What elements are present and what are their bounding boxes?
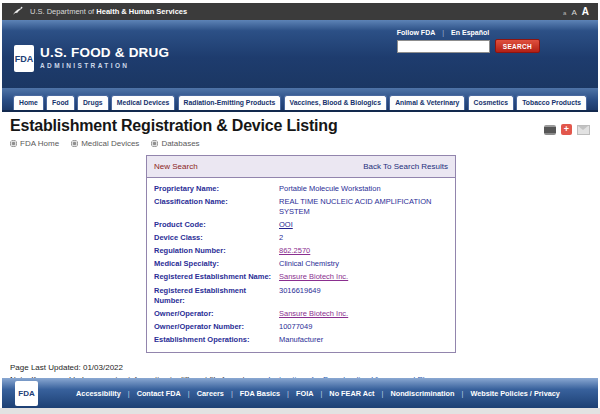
breadcrumb: FDA Home Medical Devices Databases <box>10 139 337 148</box>
detail-value: 3016619649 <box>279 286 448 306</box>
font-size-small-button[interactable]: a <box>563 10 566 16</box>
footer-link[interactable]: FDA Basics <box>240 389 296 398</box>
nav-tab[interactable]: Cosmetics <box>468 95 514 110</box>
detail-row: Establishment Operations: Manufacturer <box>147 334 455 347</box>
breadcrumb-bullet-icon <box>151 140 158 147</box>
detail-label: Registered Establishment Name: <box>154 272 279 282</box>
share-icon[interactable]: + <box>561 124 572 135</box>
site-header: FDA U.S. FOOD & DRUG ADMINISTRATION Foll… <box>2 20 598 88</box>
print-icon[interactable] <box>544 125 556 135</box>
device-detail-panel: New Search Back To Search Results Propri… <box>146 155 456 353</box>
detail-row: Registered Establishment Name: Sansure B… <box>147 271 455 284</box>
detail-value: 10077049 <box>279 322 448 332</box>
breadcrumb-bullet-icon <box>71 140 78 147</box>
hhs-top-bar: U.S. Department of Health & Human Servic… <box>2 3 598 20</box>
detail-value[interactable]: OOI <box>279 220 448 230</box>
detail-value[interactable]: Sansure Biotech Inc. <box>279 272 448 282</box>
detail-row: Registered Establishment Number: 3016619… <box>147 284 455 307</box>
detail-value: Clinical Chemistry <box>279 259 448 269</box>
detail-label: Owner/Operator Number: <box>154 322 279 332</box>
bottom-strip <box>0 408 600 414</box>
detail-row: Classification Name: REAL TIME NUCLEIC A… <box>147 195 455 218</box>
detail-value: Portable Molecule Workstation <box>279 184 448 194</box>
detail-label: Classification Name: <box>154 197 279 217</box>
breadcrumb-bullet-icon <box>10 140 17 147</box>
detail-value: 2 <box>279 233 448 243</box>
breadcrumb-item[interactable]: Databases <box>151 139 199 148</box>
site-footer: FDA AccessibilityContact FDACareersFDA B… <box>2 378 598 408</box>
nav-tab[interactable]: Animal & Veterinary <box>389 95 465 110</box>
detail-label: Owner/Operator: <box>154 309 279 319</box>
detail-row: Proprietary Name: Portable Molecule Work… <box>147 182 455 195</box>
primary-nav: HomeFoodDrugsMedical DevicesRadiation-Em… <box>2 88 598 112</box>
detail-row: Device Class: 2 <box>147 232 455 245</box>
footer-link[interactable]: Website Policies / Privacy <box>470 389 560 398</box>
en-espanol-link[interactable]: En Español <box>451 29 489 36</box>
footer-link[interactable]: Nondiscrimination <box>390 389 470 398</box>
follow-fda-link[interactable]: Follow FDA <box>397 29 436 36</box>
footer-link[interactable]: No FEAR Act <box>329 389 390 398</box>
new-search-link[interactable]: New Search <box>154 162 198 171</box>
detail-row: Owner/Operator: Sansure Biotech Inc. <box>147 307 455 320</box>
detail-value: REAL TIME NUCLEIC ACID AMPLIFICATION SYS… <box>279 197 448 217</box>
device-detail-table: Proprietary Name: Portable Molecule Work… <box>147 178 455 352</box>
search-input[interactable] <box>397 40 490 53</box>
detail-label: Regulation Number: <box>154 246 279 256</box>
nav-tab[interactable]: Home <box>13 95 44 110</box>
site-subtitle: ADMINISTRATION <box>40 62 169 69</box>
detail-label: Proprietary Name: <box>154 184 279 194</box>
nav-tab[interactable]: Medical Devices <box>111 95 176 110</box>
detail-row: Medical Specialty: Clinical Chemistry <box>147 258 455 271</box>
nav-tab[interactable]: Food <box>46 95 75 110</box>
footer-link[interactable]: Accessibility <box>76 389 137 398</box>
detail-value[interactable]: Sansure Biotech Inc. <box>279 309 448 319</box>
hhs-department-label: U.S. Department of Health & Human Servic… <box>30 7 187 16</box>
breadcrumb-item[interactable]: Medical Devices <box>71 139 139 148</box>
detail-value: Manufacturer <box>279 335 448 345</box>
footer-link[interactable]: Careers <box>197 389 240 398</box>
page-last-updated: Page Last Updated: 01/03/2022 <box>10 362 590 374</box>
footer-links: AccessibilityContact FDACareersFDA Basic… <box>38 389 598 398</box>
detail-label: Establishment Operations: <box>154 335 279 345</box>
main-content: Establishment Registration & Device List… <box>2 114 598 378</box>
nav-tab[interactable]: Vaccines, Blood & Biologics <box>284 95 387 110</box>
footer-link[interactable]: FOIA <box>296 389 329 398</box>
site-title: U.S. FOOD & DRUG <box>40 45 169 60</box>
detail-label: Device Class: <box>154 233 279 243</box>
email-icon[interactable] <box>577 125 590 135</box>
footer-fda-logo[interactable]: FDA <box>15 381 38 406</box>
nav-tab[interactable]: Radiation-Emitting Products <box>178 95 282 110</box>
detail-label: Product Code: <box>154 220 279 230</box>
nav-tab[interactable]: Drugs <box>77 95 109 110</box>
fda-page: U.S. Department of Health & Human Servic… <box>0 0 600 414</box>
detail-row: Product Code: OOI <box>147 218 455 231</box>
detail-row: Regulation Number: 862.2570 <box>147 245 455 258</box>
font-size-medium-button[interactable]: A <box>571 8 576 17</box>
back-to-search-results-link[interactable]: Back To Search Results <box>363 162 448 171</box>
fda-logo[interactable]: FDA <box>14 45 34 72</box>
font-size-controls: a A A <box>563 6 589 17</box>
nav-tab[interactable]: Tobacco Products <box>516 95 587 110</box>
detail-label: Medical Specialty: <box>154 259 279 269</box>
detail-value[interactable]: 862.2570 <box>279 246 448 256</box>
detail-label: Registered Establishment Number: <box>154 286 279 306</box>
search-button[interactable]: SEARCH <box>495 39 540 53</box>
detail-row: Owner/Operator Number: 10077049 <box>147 320 455 333</box>
footer-link[interactable]: Contact FDA <box>137 389 197 398</box>
font-size-large-button[interactable]: A <box>582 6 589 17</box>
hhs-eagle-icon <box>11 5 24 18</box>
page-title: Establishment Registration & Device List… <box>10 117 337 135</box>
breadcrumb-item[interactable]: FDA Home <box>10 139 59 148</box>
fda-brand[interactable]: FDA U.S. FOOD & DRUG ADMINISTRATION <box>14 45 169 72</box>
